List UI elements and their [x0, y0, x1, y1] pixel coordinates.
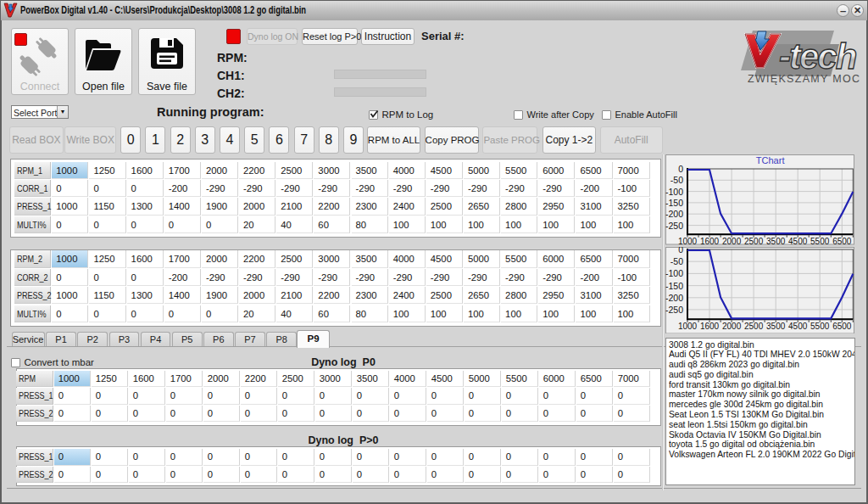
svg-text:2000: 2000: [722, 321, 742, 330]
svg-text:-200: -200: [665, 292, 683, 302]
svg-text:4500: 4500: [788, 321, 808, 330]
svg-text:1600: 1600: [700, 321, 720, 330]
svg-text:-100: -100: [665, 268, 683, 278]
svg-text:3500: 3500: [766, 237, 786, 245]
svg-text:-50: -50: [670, 175, 683, 185]
svg-text:2500: 2500: [744, 237, 764, 245]
svg-text:2000: 2000: [722, 237, 742, 245]
svg-text:-150: -150: [665, 198, 683, 208]
svg-text:-100: -100: [665, 187, 683, 197]
svg-text:-200: -200: [665, 209, 683, 219]
svg-text:5500: 5500: [810, 237, 830, 245]
svg-text:0: 0: [678, 164, 683, 174]
svg-text:1000: 1000: [678, 321, 698, 330]
svg-text:-250: -250: [665, 304, 683, 314]
svg-text:6500: 6500: [832, 237, 852, 245]
svg-text:-150: -150: [665, 280, 683, 290]
svg-text:2500: 2500: [744, 321, 764, 330]
svg-text:4500: 4500: [788, 237, 808, 245]
svg-text:1600: 1600: [700, 237, 720, 245]
svg-text:5500: 5500: [810, 321, 830, 330]
svg-text:-50: -50: [670, 256, 683, 266]
svg-text:3500: 3500: [766, 321, 786, 330]
svg-text:6500: 6500: [832, 321, 852, 330]
svg-text:1000: 1000: [678, 237, 698, 245]
svg-text:-tech: -tech: [779, 36, 856, 76]
svg-text:TChart: TChart: [756, 155, 785, 165]
svg-text:-250: -250: [665, 221, 683, 231]
svg-text:0: 0: [678, 247, 683, 255]
